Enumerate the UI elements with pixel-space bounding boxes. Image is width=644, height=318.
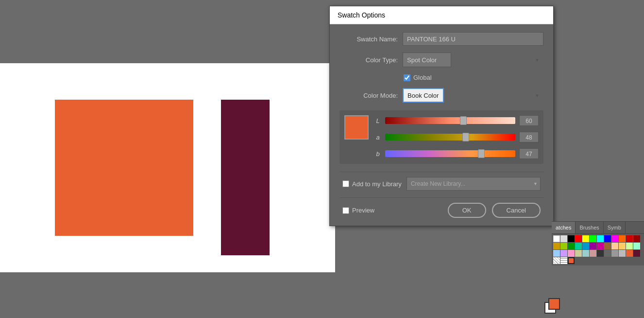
swatch-sky[interactable] xyxy=(582,243,589,249)
swatch-purple[interactable] xyxy=(590,243,596,249)
preview-checkbox-label[interactable]: Preview xyxy=(342,207,374,214)
color-mode-row: Color Mode: Book Color CMYK RGB Lab HSB … xyxy=(339,88,543,103)
a-label: a xyxy=(374,134,381,141)
swatch-orange[interactable] xyxy=(619,235,626,242)
swatch-sage[interactable] xyxy=(582,250,589,257)
swatch-dark-gray[interactable] xyxy=(597,250,604,257)
swatch-name-input[interactable] xyxy=(403,32,543,46)
canvas-area xyxy=(0,63,335,272)
l-label: L xyxy=(374,117,381,124)
swatch-silver[interactable] xyxy=(619,250,626,257)
tab-brushes[interactable]: Brushes xyxy=(576,222,603,233)
b-label: b xyxy=(374,150,381,158)
a-slider-thumb[interactable] xyxy=(462,133,469,141)
a-value: 48 xyxy=(519,132,539,142)
l-slider-thumb[interactable] xyxy=(460,116,467,125)
preview-row: Preview OK Cancel xyxy=(339,203,543,218)
library-select-wrapper: Create New Library... xyxy=(407,177,541,191)
l-slider-row: L 60 xyxy=(374,115,539,126)
color-type-label: Color Type: xyxy=(339,56,398,64)
color-type-select[interactable]: Spot Color Process Color Global xyxy=(403,53,451,67)
swatch-green[interactable] xyxy=(590,235,596,242)
cancel-button[interactable]: Cancel xyxy=(492,203,541,218)
color-type-select-wrapper: Spot Color Process Color Global xyxy=(403,53,543,67)
swatch-light-pink[interactable] xyxy=(568,250,575,257)
b-slider-thumb[interactable] xyxy=(478,149,485,158)
swatch-gray[interactable] xyxy=(611,250,618,257)
swatch-gold[interactable] xyxy=(553,243,560,249)
swatch-blue[interactable] xyxy=(604,235,611,242)
swatch-pantone166[interactable] xyxy=(626,250,633,257)
dialog-title-bar: Swatch Options xyxy=(330,6,553,24)
a-slider-track[interactable] xyxy=(385,134,515,141)
swatch-dark-red[interactable] xyxy=(626,235,633,242)
divider xyxy=(339,172,543,172)
tab-swatches[interactable]: atches xyxy=(552,222,576,233)
color-swatch-preview xyxy=(344,115,369,140)
dialog-body: Swatch Name: Color Type: Spot Color Proc… xyxy=(330,24,553,226)
l-value: 60 xyxy=(519,115,539,126)
library-row: Add to my Library Create New Library... xyxy=(339,177,543,191)
dark-red-rectangle xyxy=(221,100,270,255)
library-checkbox-label[interactable]: Add to my Library xyxy=(342,180,402,188)
tab-symbols[interactable]: Symb xyxy=(604,222,626,233)
swatch-dark-maroon[interactable] xyxy=(633,250,640,257)
b-value: 47 xyxy=(519,148,539,159)
swatch-white[interactable] xyxy=(553,235,560,242)
foreground-color-box xyxy=(548,298,560,310)
orange-rectangle xyxy=(55,100,193,236)
preview-checkbox[interactable] xyxy=(342,207,349,214)
swatch-maroon[interactable] xyxy=(633,235,640,242)
swatch-cyan[interactable] xyxy=(597,235,604,242)
l-slider-track[interactable] xyxy=(385,117,515,124)
swatch-light-gray[interactable] xyxy=(560,235,567,242)
preview-label: Preview xyxy=(352,207,374,214)
swatch-name-row: Swatch Name: xyxy=(339,32,543,46)
global-row: Global xyxy=(339,74,543,81)
library-label: Add to my Library xyxy=(352,180,402,188)
color-sliders-section: L 60 a 48 b xyxy=(339,110,543,164)
swatch-pink[interactable] xyxy=(597,243,604,249)
color-mode-select-wrapper: Book Color CMYK RGB Lab HSB Grayscale xyxy=(403,88,543,103)
swatch-magenta[interactable] xyxy=(611,235,618,242)
swatch-mid-gray[interactable] xyxy=(604,250,611,257)
divider2 xyxy=(339,197,543,198)
swatch-yellow[interactable] xyxy=(582,235,589,242)
fg-bg-indicator[interactable] xyxy=(544,298,564,317)
swatch-active[interactable] xyxy=(568,257,575,264)
swatches-grid xyxy=(552,234,644,265)
swatches-tabs: atches Brushes Symb xyxy=(552,222,644,234)
swatch-options-dialog: Swatch Options Swatch Name: Color Type: … xyxy=(329,6,554,226)
swatch-tan[interactable] xyxy=(575,250,582,257)
swatch-lavender[interactable] xyxy=(560,250,567,257)
swatch-black[interactable] xyxy=(568,235,575,242)
swatch-light-lime[interactable] xyxy=(626,243,633,249)
swatch-lime[interactable] xyxy=(560,243,567,249)
swatch-rose[interactable] xyxy=(590,250,596,257)
library-select[interactable]: Create New Library... xyxy=(407,177,541,191)
buttons-right: OK Cancel xyxy=(448,203,541,218)
dialog-title: Swatch Options xyxy=(338,11,385,19)
sliders-area: L 60 a 48 b xyxy=(374,115,539,159)
swatch-pattern2[interactable] xyxy=(560,257,567,264)
swatch-mint[interactable] xyxy=(633,243,640,249)
b-slider-track[interactable] xyxy=(385,150,515,157)
swatch-red[interactable] xyxy=(575,235,582,242)
swatch-light-blue[interactable] xyxy=(553,250,560,257)
swatch-name-label: Swatch Name: xyxy=(339,35,398,43)
swatch-teal[interactable] xyxy=(575,243,582,249)
library-checkbox[interactable] xyxy=(342,180,349,187)
global-checkbox[interactable] xyxy=(404,74,410,81)
swatch-peach[interactable] xyxy=(611,243,618,249)
global-checkbox-label[interactable]: Global xyxy=(404,74,432,81)
ok-button[interactable]: OK xyxy=(448,203,486,218)
swatch-pattern1[interactable] xyxy=(553,257,560,264)
swatch-dark-green[interactable] xyxy=(568,243,575,249)
swatches-panel: atches Brushes Symb xyxy=(552,221,644,265)
preview-left: Preview xyxy=(342,207,374,214)
swatch-brown[interactable] xyxy=(604,243,611,249)
color-type-row: Color Type: Spot Color Process Color Glo… xyxy=(339,53,543,67)
b-slider-row: b 47 xyxy=(374,148,539,159)
swatch-light-orange[interactable] xyxy=(619,243,626,249)
color-mode-select[interactable]: Book Color CMYK RGB Lab HSB Grayscale xyxy=(403,88,444,103)
